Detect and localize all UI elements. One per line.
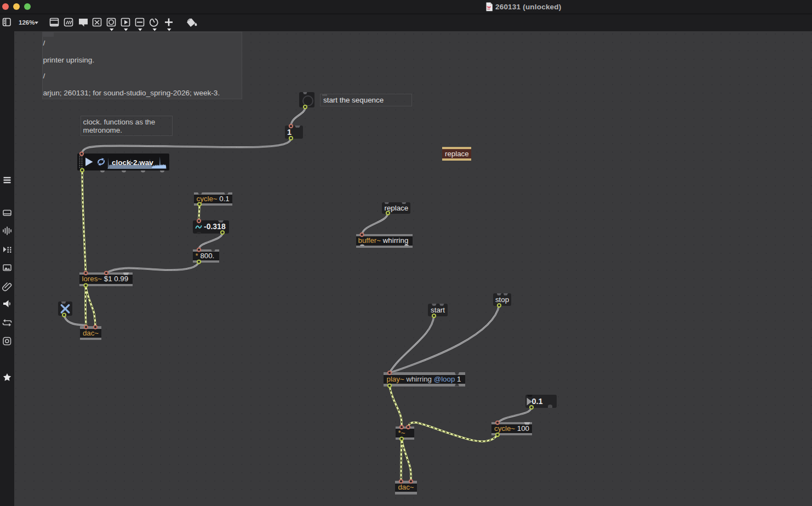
svg-text:126%: 126% — [19, 19, 35, 26]
svg-text:clock-2.wav: clock-2.wav — [112, 158, 153, 167]
